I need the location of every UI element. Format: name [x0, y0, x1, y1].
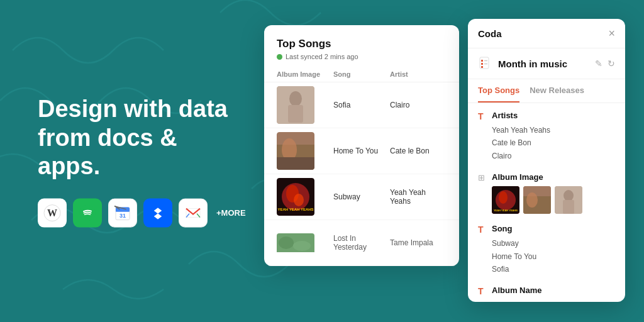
song-name: Subway: [333, 192, 390, 201]
sync-status: Last synced 2 mins ago: [277, 53, 447, 60]
section-album-image: ⊞ Album Image YEAH YEAH YEAHS: [478, 172, 615, 214]
app-icons-row: W 31: [38, 198, 246, 227]
svg-point-30: [279, 236, 294, 249]
col-song: Song: [333, 70, 390, 78]
col-artist: Artist: [390, 70, 447, 78]
songs-table-header: Album Image Song Artist: [264, 67, 459, 82]
app-icon-wikipedia[interactable]: W: [38, 198, 67, 227]
svg-point-44: [526, 192, 538, 208]
song-name: Lost In Yesterday: [333, 234, 390, 252]
mini-thumb-home: [523, 186, 551, 214]
album-thumbs-row: YEAH YEAH YEAHS: [478, 186, 615, 214]
svg-point-40: [499, 191, 508, 204]
songs-card-title: Top Songs: [277, 38, 447, 50]
top-songs-card: Top Songs Last synced 2 mins ago Album I…: [264, 25, 459, 266]
mini-thumb-sofia: [555, 186, 582, 214]
coda-doc-header: Month in music ✎ ↻: [468, 48, 625, 79]
song-value: Home To You: [492, 250, 615, 263]
svg-point-3: [79, 204, 96, 221]
svg-rect-19: [288, 105, 303, 123]
left-panel: Design with data from docs & apps. W: [38, 95, 246, 228]
table-row: YEAH YEAH YEAHS Subway Yeah Yeah Yeahs: [264, 174, 459, 220]
album-thumb-lost: [277, 224, 314, 262]
table-row: Lost In Yesterday Tame Impala: [264, 220, 459, 266]
app-icon-calendar[interactable]: 31: [108, 198, 137, 227]
section-artists-title: Artists: [492, 111, 518, 120]
artist-name: Clairo: [390, 101, 447, 109]
app-icon-gmail[interactable]: [179, 198, 208, 227]
album-name-value: Mosquito (Deluxe): [492, 299, 615, 302]
sync-dot: [277, 54, 282, 60]
edit-icon[interactable]: ✎: [595, 58, 602, 69]
song-name: Home To You: [333, 147, 390, 155]
section-song: T Song Subway Home To You Sofia: [478, 224, 615, 275]
sync-status-text: Last synced 2 mins ago: [286, 53, 358, 60]
section-album-name-title: Album Name: [492, 286, 541, 295]
coda-tabs: Top Songs New Releases: [468, 79, 625, 103]
text-type-icon: T: [478, 111, 487, 121]
artist-name: Cate le Bon: [390, 147, 447, 155]
coda-panel-title: Coda: [478, 28, 502, 39]
artist-value: Cate le Bon: [492, 136, 615, 149]
songs-card-header: Top Songs Last synced 2 mins ago: [264, 38, 459, 67]
song-value: Subway: [492, 237, 615, 250]
section-artists-values: Yeah Yeah Yeahs Cate le Bon Clairo: [478, 124, 615, 162]
coda-panel: Coda × Month in music ✎ ↻ Top Songs New …: [468, 19, 625, 302]
svg-rect-37: [481, 66, 483, 68]
refresh-icon[interactable]: ↻: [608, 58, 615, 69]
section-song-values: Subway Home To You Sofia: [478, 237, 615, 275]
svg-text:W: W: [47, 207, 57, 218]
album-thumb-subway: YEAH YEAH YEAHS: [277, 178, 314, 216]
section-album-header: ⊞ Album Image: [478, 172, 615, 182]
svg-point-46: [564, 190, 574, 201]
coda-content: T Artists Yeah Yeah Yeahs Cate le Bon Cl…: [468, 103, 625, 302]
album-thumb-home: [277, 132, 314, 170]
coda-header: Coda ×: [468, 19, 625, 48]
col-album: Album Image: [277, 70, 333, 78]
doc-icon: [478, 56, 493, 71]
tab-top-songs[interactable]: Top Songs: [478, 79, 519, 103]
svg-rect-6: [116, 210, 130, 211]
mini-thumb-subway: YEAH YEAH YEAHS: [492, 186, 519, 214]
svg-rect-33: [481, 60, 483, 62]
svg-rect-23: [277, 157, 314, 170]
artist-name: Tame Impala: [390, 238, 447, 247]
table-row: Sofia Clairo: [264, 82, 459, 128]
svg-rect-35: [481, 63, 483, 65]
image-type-icon: ⊞: [478, 173, 487, 182]
song-name: Sofia: [333, 101, 390, 109]
album-thumb-sofia: [277, 86, 314, 124]
artist-value: Yeah Yeah Yeahs: [492, 124, 615, 136]
section-album-name-header: T Album Name: [478, 286, 615, 296]
tab-new-releases[interactable]: New Releases: [530, 79, 584, 103]
section-song-header: T Song: [478, 224, 615, 235]
section-artists: T Artists Yeah Yeah Yeahs Cate le Bon Cl…: [478, 111, 615, 162]
svg-text:31: 31: [119, 212, 126, 218]
text-type-icon-2: T: [478, 225, 487, 235]
svg-point-31: [293, 241, 311, 251]
section-album-name-values: Mosquito (Deluxe): [478, 299, 615, 302]
app-icon-spotify[interactable]: [73, 198, 102, 227]
svg-rect-47: [563, 200, 574, 214]
doc-title: Month in music: [498, 58, 590, 69]
doc-actions: ✎ ↻: [595, 58, 615, 69]
close-icon[interactable]: ×: [608, 28, 615, 39]
more-label: +MORE: [216, 208, 246, 218]
svg-point-18: [289, 91, 302, 106]
text-type-icon-3: T: [478, 286, 487, 296]
section-artists-header: T Artists: [478, 111, 615, 121]
app-icon-dropbox[interactable]: [143, 198, 172, 227]
svg-text:YEAH YEAH YEAHS: YEAH YEAH YEAHS: [277, 208, 313, 211]
artist-name: Yeah Yeah Yeahs: [390, 188, 447, 206]
section-album-name: T Album Name Mosquito (Deluxe): [478, 286, 615, 302]
section-album-title: Album Image: [492, 172, 543, 182]
table-row: Home To You Cate le Bon: [264, 128, 459, 174]
song-value: Sofia: [492, 263, 615, 275]
artist-value: Clairo: [492, 150, 615, 162]
headline: Design with data from docs & apps.: [38, 95, 239, 181]
svg-point-27: [294, 194, 304, 206]
section-song-title: Song: [492, 224, 513, 233]
svg-text:YEAH YEAH YEAHS: YEAH YEAH YEAHS: [494, 209, 518, 212]
